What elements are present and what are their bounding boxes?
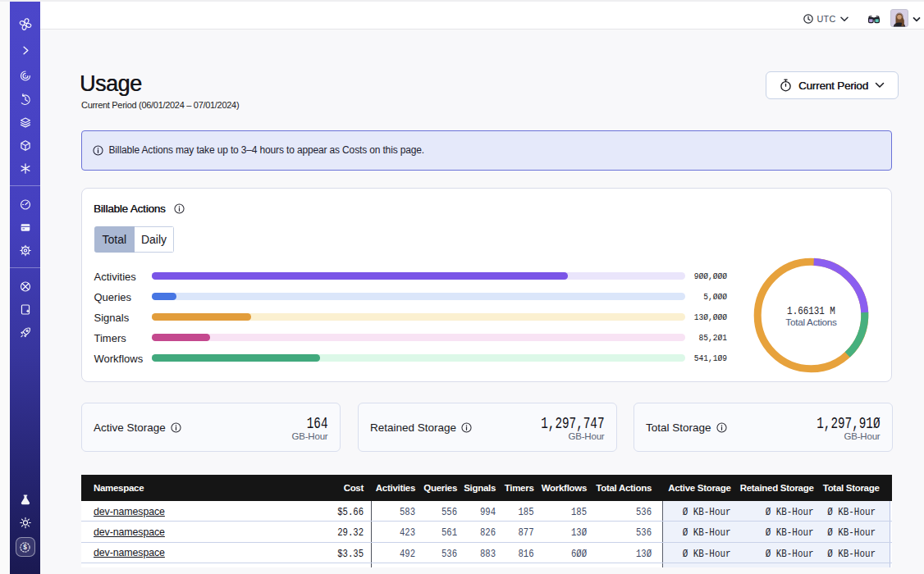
svg-text:$: $ <box>23 544 27 551</box>
svg-text:Total Actions: Total Actions <box>785 317 837 328</box>
